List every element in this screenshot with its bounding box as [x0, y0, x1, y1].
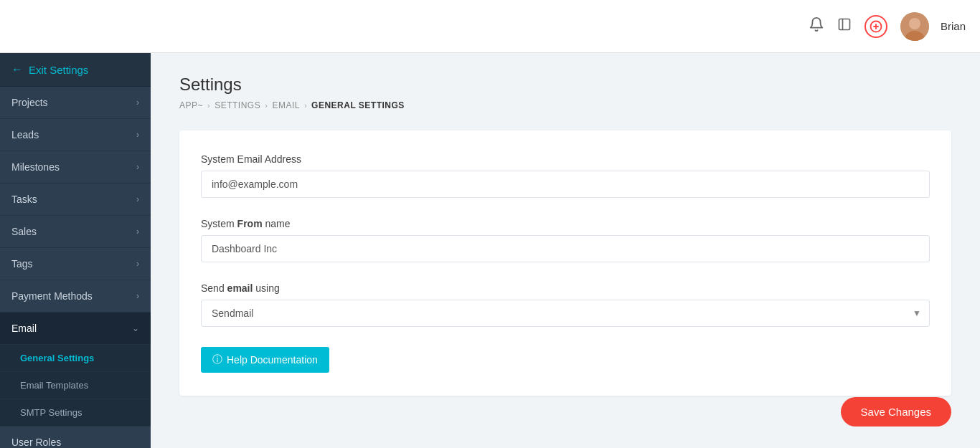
exit-settings-label: Exit Settings — [29, 64, 88, 76]
chevron-right-icon: › — [136, 162, 139, 172]
exit-settings-button[interactable]: ← Exit Settings — [0, 53, 151, 87]
sidebar-item-label: Projects — [11, 97, 48, 108]
subitem-label: SMTP Settings — [20, 407, 82, 418]
sidebar-subitem-email-templates[interactable]: Email Templates — [0, 372, 151, 399]
breadcrumb-sep-1: › — [207, 101, 210, 110]
system-from-input[interactable] — [201, 235, 930, 262]
sidebar-item-tags[interactable]: Tags › — [0, 248, 151, 280]
sidebar-item-leads[interactable]: Leads › — [0, 119, 151, 151]
notification-icon[interactable] — [809, 16, 824, 36]
sidebar-item-sales[interactable]: Sales › — [0, 216, 151, 248]
sidebar-item-projects[interactable]: Projects › — [0, 87, 151, 119]
sidebar-item-label: Leads — [11, 129, 39, 140]
breadcrumb-settings: SETTINGS — [215, 100, 260, 110]
breadcrumb-app: APP~ — [179, 100, 203, 110]
system-email-group: System Email Address — [201, 153, 930, 198]
sidebar-item-label: Tags — [11, 258, 33, 270]
send-email-label: Send email using — [201, 282, 930, 294]
chevron-right-icon: › — [136, 194, 139, 204]
sidebar-item-milestones[interactable]: Milestones › — [0, 151, 151, 184]
sidebar-item-label: Email — [11, 323, 37, 334]
chevron-right-icon: › — [136, 97, 139, 108]
avatar — [900, 12, 929, 41]
sidebar-subitem-general-settings[interactable]: General Settings — [0, 345, 151, 372]
chevron-down-icon: ⌄ — [132, 323, 139, 333]
sidebar-item-payment-methods[interactable]: Payment Methods › — [0, 280, 151, 313]
breadcrumb-email: EMAIL — [272, 100, 300, 110]
topbar-icons: Brian — [809, 12, 966, 41]
sidebar-item-tasks[interactable]: Tasks › — [0, 184, 151, 216]
sidebar-item-label: Payment Methods — [11, 290, 93, 302]
topbar: Brian — [0, 0, 980, 53]
system-from-group: System From name — [201, 218, 930, 262]
notepad-icon[interactable] — [837, 16, 852, 36]
email-submenu: General Settings Email Templates SMTP Se… — [0, 345, 151, 426]
main-content: Settings APP~ › SETTINGS › EMAIL › GENER… — [151, 53, 980, 448]
send-email-group: Send email using Sendmail SMTP PHP Mail … — [201, 282, 930, 327]
subitem-label: Email Templates — [20, 380, 88, 391]
add-icon[interactable] — [864, 15, 887, 38]
email-highlight: email — [227, 282, 253, 294]
help-button-label: Help Documentation — [227, 354, 318, 366]
sidebar-item-user-roles[interactable]: User Roles — [0, 426, 151, 448]
breadcrumb: APP~ › SETTINGS › EMAIL › GENERAL SETTIN… — [179, 100, 951, 110]
chevron-right-icon: › — [136, 291, 139, 301]
settings-form-card: System Email Address System From name Se… — [179, 130, 951, 396]
chevron-right-icon: › — [136, 227, 139, 237]
subitem-label: General Settings — [20, 353, 94, 363]
info-icon: ⓘ — [212, 353, 222, 366]
breadcrumb-general-settings: GENERAL SETTINGS — [311, 100, 405, 110]
system-from-label: System From name — [201, 218, 930, 229]
exit-icon: ← — [11, 63, 23, 76]
sidebar: ← Exit Settings Projects › Leads › Miles… — [0, 53, 151, 448]
user-profile[interactable]: Brian — [900, 12, 966, 41]
send-email-select-wrapper: Sendmail SMTP PHP Mail ▼ — [201, 300, 930, 327]
save-changes-button[interactable]: Save Changes — [841, 397, 951, 426]
sidebar-subitem-smtp-settings[interactable]: SMTP Settings — [0, 399, 151, 426]
system-email-label: System Email Address — [201, 153, 930, 165]
page-title: Settings — [179, 75, 951, 95]
help-documentation-button[interactable]: ⓘ Help Documentation — [201, 347, 329, 373]
sidebar-item-label: Milestones — [11, 161, 60, 173]
sidebar-item-label: Tasks — [11, 194, 37, 205]
sidebar-item-email[interactable]: Email ⌄ — [0, 313, 151, 345]
send-email-select[interactable]: Sendmail SMTP PHP Mail — [201, 300, 930, 327]
from-highlight: From — [237, 218, 263, 229]
svg-point-6 — [909, 18, 920, 29]
sidebar-item-label: Sales — [11, 226, 37, 237]
user-name: Brian — [941, 20, 966, 32]
layout: ← Exit Settings Projects › Leads › Miles… — [0, 53, 980, 448]
chevron-right-icon: › — [136, 259, 139, 269]
chevron-right-icon: › — [136, 130, 139, 140]
system-email-input[interactable] — [201, 171, 930, 198]
sidebar-item-label: User Roles — [11, 437, 61, 448]
breadcrumb-sep-3: › — [304, 101, 307, 110]
breadcrumb-sep-2: › — [265, 101, 268, 110]
svg-rect-0 — [839, 19, 849, 30]
